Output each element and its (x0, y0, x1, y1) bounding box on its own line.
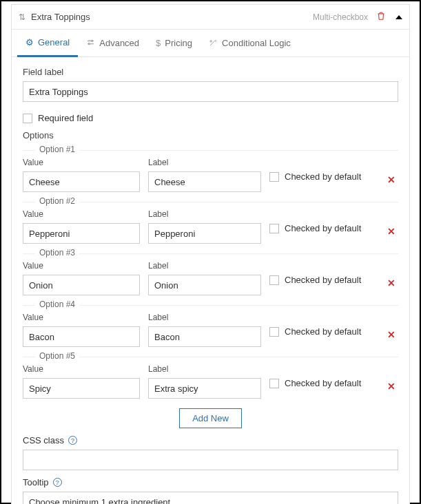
checked-default-checkbox[interactable] (269, 172, 279, 182)
option-value-label: Value (23, 313, 140, 322)
panel-header: ⇅ Extra Toppings Multi-checkbox (12, 5, 409, 30)
field-label-input[interactable] (23, 81, 398, 102)
tab-advanced[interactable]: Advanced (78, 30, 147, 57)
option-label-input[interactable] (148, 326, 261, 347)
tabs: ⚙ General Advanced $ Pricing Conditional… (12, 30, 409, 57)
option-label-input[interactable] (148, 223, 261, 244)
option-legend: Option #3 (35, 248, 79, 258)
tab-conditional[interactable]: Conditional Logic (201, 30, 299, 57)
option-label-label: Label (148, 261, 261, 271)
checked-default-checkbox[interactable] (269, 379, 279, 388)
option-legend: Option #5 (35, 351, 79, 361)
option-legend: Option #2 (35, 196, 79, 206)
help-icon[interactable]: ? (68, 436, 77, 445)
tab-label: Advanced (99, 38, 139, 48)
option-label-label: Label (148, 158, 261, 167)
checked-default-label: Checked by default (285, 223, 361, 233)
panel-title: Extra Toppings (31, 12, 313, 22)
option-fieldset: Option #1 Value Label Checked by default… (23, 150, 398, 192)
checked-default-label: Checked by default (285, 275, 361, 285)
remove-option-button[interactable]: ✕ (387, 381, 396, 392)
tab-general[interactable]: ⚙ General (17, 30, 78, 57)
collapse-toggle-icon[interactable] (396, 15, 402, 19)
option-value-label: Value (23, 158, 140, 167)
remove-option-button[interactable]: ✕ (387, 174, 396, 185)
dollar-icon: $ (156, 38, 161, 48)
option-value-input[interactable] (23, 223, 140, 244)
gear-icon: ⚙ (25, 37, 34, 48)
tooltip-label: Tooltip (23, 477, 49, 487)
option-value-input[interactable] (23, 326, 140, 347)
option-label-input[interactable] (148, 378, 261, 399)
tooltip-input[interactable] (23, 492, 398, 504)
option-label-label: Label (148, 209, 261, 219)
field-type-label: Multi-checkbox (313, 12, 368, 22)
remove-option-button[interactable]: ✕ (387, 329, 396, 340)
scrollbar[interactable] (414, 1, 420, 503)
option-value-label: Value (23, 209, 140, 219)
drag-handle-icon[interactable]: ⇅ (19, 12, 24, 22)
checked-default-checkbox[interactable] (269, 224, 279, 233)
options-section-label: Options (23, 130, 398, 140)
option-value-label: Value (23, 261, 140, 271)
tab-label: Conditional Logic (222, 38, 291, 48)
option-value-input[interactable] (23, 275, 140, 295)
checked-default-checkbox[interactable] (269, 327, 279, 337)
option-fieldset: Option #3 Value Label Checked by default… (23, 253, 398, 295)
css-class-input[interactable] (23, 450, 398, 470)
tab-label: General (38, 37, 70, 48)
option-fieldset: Option #5 Value Label Checked by default… (23, 357, 398, 399)
option-label-input[interactable] (148, 275, 261, 295)
option-value-input[interactable] (23, 171, 140, 192)
wand-icon (209, 38, 218, 49)
required-checkbox[interactable] (23, 114, 32, 123)
tab-label: Pricing (165, 38, 192, 48)
checked-default-checkbox[interactable] (269, 275, 279, 285)
svg-point-0 (92, 40, 93, 41)
add-new-button[interactable]: Add New (179, 408, 242, 428)
option-fieldset: Option #2 Value Label Checked by default… (23, 202, 398, 244)
option-legend: Option #4 (35, 300, 79, 309)
option-value-label: Value (23, 364, 140, 374)
option-fieldset: Option #4 Value Label Checked by default… (23, 305, 398, 347)
checked-default-label: Checked by default (285, 171, 361, 182)
option-label-input[interactable] (148, 171, 261, 192)
option-label-label: Label (148, 313, 261, 322)
required-label: Required field (38, 113, 93, 123)
sliders-icon (86, 38, 95, 49)
tab-pricing[interactable]: $ Pricing (147, 30, 201, 57)
option-legend: Option #1 (35, 145, 79, 154)
remove-option-button[interactable]: ✕ (387, 226, 396, 237)
checked-default-label: Checked by default (285, 378, 361, 388)
checked-default-label: Checked by default (285, 326, 361, 337)
option-label-label: Label (148, 364, 261, 374)
delete-button[interactable] (376, 11, 386, 23)
svg-point-1 (89, 43, 90, 44)
css-class-label: CSS class (23, 435, 64, 445)
option-value-input[interactable] (23, 378, 140, 399)
help-icon[interactable]: ? (53, 478, 62, 487)
field-label-label: Field label (23, 67, 398, 77)
remove-option-button[interactable]: ✕ (387, 277, 396, 288)
